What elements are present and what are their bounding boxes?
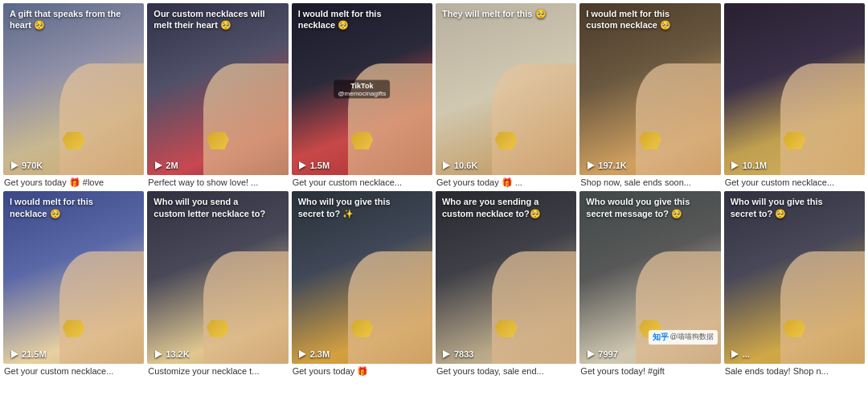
video-thumbnail-v12: Who will you give this secret to? 🥺... <box>724 191 865 363</box>
video-view-count-v10: 7833 <box>442 349 570 359</box>
video-item-v10[interactable]: Who are you sending a custom necklace to… <box>436 191 576 376</box>
play-icon-v3 <box>298 161 308 170</box>
video-item-v11[interactable]: Who would you give this secret message t… <box>579 191 720 376</box>
video-caption-v10: Get yours today, sale end... <box>436 366 576 376</box>
video-item-v2[interactable]: Our custom necklaces will melt their hea… <box>147 3 288 188</box>
video-thumbnail-v3: I would melt for this necklace 🥺TikTok@m… <box>292 3 432 175</box>
play-icon-v2 <box>154 161 163 170</box>
video-caption-v8: Customize your necklace t... <box>147 366 288 376</box>
video-thumbnail-v6: 10.1M <box>724 3 865 175</box>
play-icon-v8 <box>154 349 163 359</box>
video-thumbnail-v10: Who are you sending a custom necklace to… <box>436 191 576 363</box>
video-view-count-v2: 2M <box>154 161 281 170</box>
video-thumbnail-v8: Who will you send a custom letter neckla… <box>147 191 288 363</box>
video-view-count-v12: ... <box>731 349 858 359</box>
video-item-v9[interactable]: Who will you give this secret to? ✨2.3MG… <box>292 191 432 376</box>
video-overlay-text-v4: They will melt for this 🥺 <box>442 8 557 19</box>
video-item-v4[interactable]: They will melt for this 🥺10.6KGet yours … <box>436 3 576 188</box>
video-view-count-v9: 2.3M <box>298 349 426 359</box>
video-view-count-v3: 1.5M <box>298 161 426 170</box>
video-item-v6[interactable]: 10.1MGet your custom necklace... <box>724 3 865 188</box>
video-thumbnail-v2: Our custom necklaces will melt their hea… <box>147 3 288 175</box>
play-icon-v12 <box>731 349 740 359</box>
video-overlay-text-v9: Who will you give this secret to? ✨ <box>298 196 413 219</box>
play-icon-v1 <box>10 161 19 170</box>
video-thumbnail-v7: I would melt for this necklace 🥺21.5M <box>3 191 144 363</box>
video-overlay-text-v8: Who will you send a custom letter neckla… <box>154 196 268 219</box>
video-caption-v5: Shop now, sale ends soon... <box>579 177 720 187</box>
video-view-count-v8: 13.2K <box>154 349 281 359</box>
video-caption-v2: Perfect way to show love! ... <box>147 177 288 187</box>
video-view-count-v4: 10.6K <box>442 161 570 170</box>
main-grid: A gift that speaks from the heart 🥺970KG… <box>0 0 868 380</box>
video-view-count-v7: 21.5M <box>10 349 137 359</box>
video-item-v1[interactable]: A gift that speaks from the heart 🥺970KG… <box>3 3 144 188</box>
video-view-count-v5: 197.1K <box>586 161 714 170</box>
video-overlay-text-v10: Who are you sending a custom necklace to… <box>442 196 557 219</box>
video-overlay-text-v3: I would melt for this necklace 🥺 <box>298 8 413 31</box>
video-caption-v12: Sale ends today! Shop n... <box>724 366 865 376</box>
zhihu-watermark: 知乎@喵喵狗数据 <box>649 330 718 345</box>
video-overlay-text-v7: I would melt for this necklace 🥺 <box>10 196 125 219</box>
video-overlay-text-v12: Who will you give this secret to? 🥺 <box>731 196 845 219</box>
video-overlay-text-v1: A gift that speaks from the heart 🥺 <box>10 8 125 31</box>
video-caption-v3: Get your custom necklace... <box>292 177 432 187</box>
video-thumbnail-v1: A gift that speaks from the heart 🥺970K <box>3 3 144 175</box>
video-caption-v6: Get your custom necklace... <box>724 177 865 187</box>
video-caption-v4: Get yours today 🎁 ... <box>436 177 576 188</box>
play-icon-v7 <box>10 349 19 359</box>
play-icon-v10 <box>442 349 452 359</box>
play-icon-v9 <box>298 349 308 359</box>
play-icon-v5 <box>586 161 596 170</box>
video-item-v5[interactable]: I would melt for this custom necklace 🥺1… <box>579 3 720 188</box>
video-caption-v9: Get yours today 🎁 <box>292 366 432 377</box>
video-view-count-v6: 10.1M <box>731 161 858 170</box>
video-overlay-text-v11: Who would you give this secret message t… <box>586 196 701 219</box>
play-icon-v6 <box>731 161 740 170</box>
video-caption-v11: Get yours today! #gift <box>579 366 720 376</box>
video-thumbnail-v5: I would melt for this custom necklace 🥺1… <box>579 3 720 175</box>
play-icon-v11 <box>586 349 596 359</box>
video-item-v3[interactable]: I would melt for this necklace 🥺TikTok@m… <box>292 3 432 188</box>
play-icon-v4 <box>442 161 452 170</box>
video-caption-v1: Get yours today 🎁 #love <box>3 177 144 188</box>
video-item-v12[interactable]: Who will you give this secret to? 🥺...Sa… <box>724 191 865 376</box>
video-thumbnail-v11: Who would you give this secret message t… <box>579 191 720 363</box>
video-view-count-v1: 970K <box>10 161 137 170</box>
video-thumbnail-v9: Who will you give this secret to? ✨2.3M <box>292 191 432 363</box>
video-thumbnail-v4: They will melt for this 🥺10.6K <box>436 3 576 175</box>
video-caption-v7: Get your custom necklace... <box>3 366 144 376</box>
video-overlay-text-v2: Our custom necklaces will melt their hea… <box>154 8 268 31</box>
video-item-v8[interactable]: Who will you send a custom letter neckla… <box>147 191 288 376</box>
video-item-v7[interactable]: I would melt for this necklace 🥺21.5MGet… <box>3 191 144 376</box>
tiktok-watermark: TikTok@memocinagifts <box>334 80 390 99</box>
video-view-count-v11: 7997 <box>586 349 714 359</box>
video-overlay-text-v5: I would melt for this custom necklace 🥺 <box>586 8 701 31</box>
